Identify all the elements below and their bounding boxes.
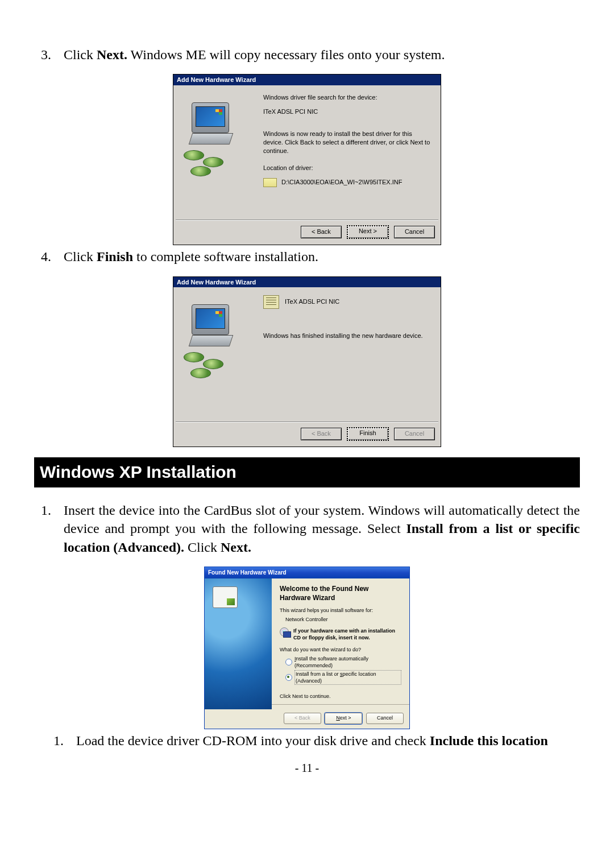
cd-floppy-icon — [280, 627, 290, 636]
dialog-footer: < Back Next > Cancel — [173, 221, 441, 245]
helps-label: This wizard helps you install software f… — [280, 607, 401, 614]
driver-path-row: D:\CIA3000\EOA\EOA_WI~2\W95ITEX.INF — [263, 178, 432, 187]
device-name: ITeX ADSL PCI NIC — [285, 298, 339, 305]
hardware-icon — [213, 586, 238, 608]
wizard-dialog-finished: Add New Hardware Wizard ITeX ADSL PCI NI… — [173, 276, 441, 448]
next-button[interactable]: Next > — [347, 225, 389, 239]
dialog-footer: < Back Next > Cancel — [205, 709, 409, 729]
radio-icon — [285, 674, 292, 681]
radio-auto[interactable]: Install the software automatically (Reco… — [285, 655, 401, 669]
radio-auto-label: Install the software automatically (Reco… — [294, 655, 401, 669]
inf-file-icon — [263, 178, 277, 187]
dialog-titlebar: Add New Hardware Wizard — [173, 277, 441, 288]
what-label: What do you want the wizard to do? — [280, 646, 401, 653]
xp1-b1: Next. — [221, 540, 251, 555]
me-step-3: Click Next. Windows ME will copy necessa… — [34, 46, 580, 64]
page-number: - 11 - — [34, 760, 580, 776]
cd-hint-text: If your hardware came with an installati… — [293, 627, 401, 641]
location-label: Location of driver: — [263, 164, 432, 172]
step3-bold: Next. — [97, 47, 127, 62]
radio-icon — [285, 659, 292, 666]
computer-icon — [182, 304, 245, 384]
xp-step-1b: Load the device driver CD-ROM into your … — [34, 731, 580, 750]
radio-advanced-label: Install from a list or specific location… — [294, 670, 401, 685]
device-name: ITeX ADSL PCI NIC — [263, 108, 432, 116]
computer-icon — [182, 102, 245, 182]
found-new-hardware-wizard: Found New Hardware Wizard Welcome to the… — [204, 567, 410, 729]
driver-path: D:\CIA3000\EOA\EOA_WI~2\W95ITEX.INF — [281, 179, 402, 185]
next-button[interactable]: Next > — [325, 713, 362, 724]
wizard-graphic — [182, 93, 256, 213]
wizard-heading: Welcome to the Found NewHardware Wizard — [280, 584, 401, 602]
xp-step-1: Insert the device into the CardBus slot … — [34, 501, 580, 556]
xp1b-t0: Load the device driver CD-ROM into your … — [76, 733, 430, 748]
wizard-graphic — [182, 295, 256, 415]
registry-icon — [263, 295, 279, 309]
back-button[interactable]: < Back — [301, 226, 342, 238]
search-label: Windows driver file search for the devic… — [263, 93, 432, 102]
ready-msg: Windows is now ready to install the best… — [263, 130, 432, 155]
device-row: ITeX ADSL PCI NIC — [263, 295, 432, 309]
step3-post: Windows ME will copy necessary files ont… — [127, 47, 445, 62]
xp1b-b0: Include this location — [430, 733, 548, 748]
xp1-t1: Click — [184, 540, 221, 555]
step3-pre: Click — [64, 47, 97, 62]
click-next-label: Click Next to continue. — [280, 693, 401, 700]
step4-pre: Click — [64, 249, 97, 264]
me-step-4: Click Finish to complete software instal… — [34, 247, 580, 266]
finish-button[interactable]: Finish — [347, 427, 389, 441]
cancel-button[interactable]: Cancel — [366, 713, 404, 724]
back-button: < Back — [301, 428, 342, 440]
finished-msg: Windows has finished installing the new … — [263, 332, 432, 340]
step4-post: to complete software installation. — [133, 249, 318, 264]
radio-advanced[interactable]: Install from a list or specific location… — [285, 670, 401, 685]
cd-hint-row: If your hardware came with an installati… — [280, 627, 401, 641]
back-button: < Back — [284, 713, 321, 724]
wizard-dialog-driver-found: Add New Hardware Wizard Windows driver f… — [173, 74, 441, 245]
cancel-button[interactable]: Cancel — [394, 226, 435, 238]
document-page: Click Next. Windows ME will copy necessa… — [0, 0, 614, 799]
dialog-titlebar: Add New Hardware Wizard — [173, 75, 441, 85]
cancel-button: Cancel — [394, 428, 435, 440]
device-name: Network Controller — [285, 616, 401, 623]
step4-bold: Finish — [97, 249, 133, 264]
section-heading: Windows XP Installation — [34, 457, 580, 487]
dialog-footer: < Back Finish Cancel — [173, 423, 441, 447]
wizard-side-graphic — [205, 578, 272, 710]
dialog-titlebar: Found New Hardware Wizard — [205, 567, 409, 578]
